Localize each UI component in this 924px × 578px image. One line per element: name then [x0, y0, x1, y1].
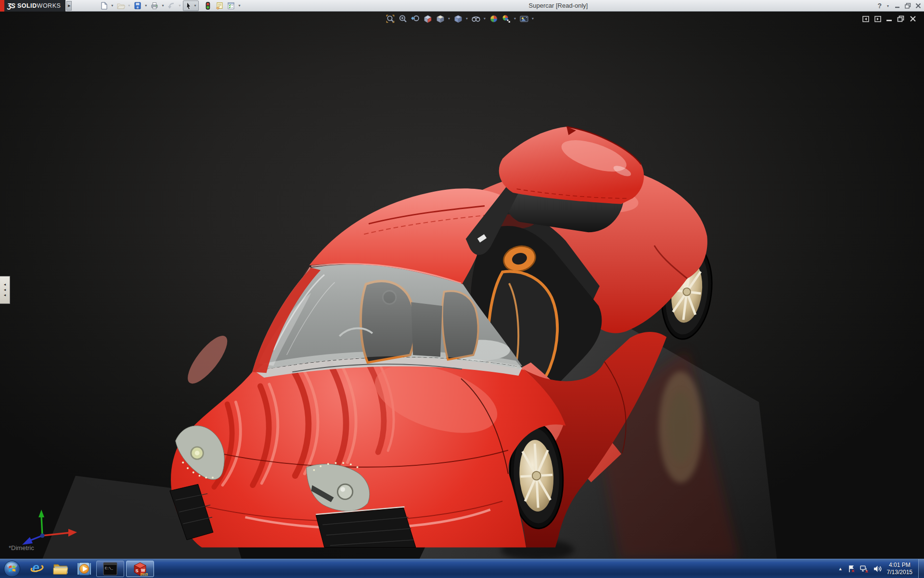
- options-button[interactable]: [226, 1, 236, 11]
- media-player-icon: [76, 561, 91, 577]
- brand-accent-stripe: [0, 0, 4, 12]
- undo-caret: ▾: [179, 3, 180, 8]
- edit-appearance-button[interactable]: [488, 13, 499, 24]
- restore-button[interactable]: [905, 3, 911, 9]
- windows-start-icon: [3, 560, 21, 578]
- apply-scene-icon: [501, 14, 511, 24]
- cmd-prompt-text: C:\_: [105, 566, 114, 570]
- volume-icon[interactable]: [873, 565, 882, 573]
- view-orientation-caret[interactable]: ▾: [448, 16, 450, 21]
- select-tool-button[interactable]: ▾: [183, 0, 199, 11]
- file-properties-button[interactable]: [214, 1, 225, 11]
- taskbar-item-internet-explorer[interactable]: e: [27, 560, 48, 578]
- select-cursor-icon: [184, 1, 193, 10]
- start-button[interactable]: [3, 560, 21, 578]
- title-bar: ƷS SOLIDWORKS ▶ ▾ ▾ ▾: [0, 0, 924, 12]
- glasses-icon: [471, 14, 481, 24]
- zoom-to-area-button[interactable]: [398, 13, 408, 24]
- y-axis-arrow: [38, 510, 44, 517]
- save-caret[interactable]: ▾: [145, 3, 147, 8]
- svg-text:×: ×: [865, 568, 868, 574]
- open-folder-icon: [116, 1, 125, 10]
- minimize-button[interactable]: [895, 3, 900, 9]
- view-orientation-button[interactable]: [435, 13, 445, 24]
- file-properties-icon: [215, 1, 224, 10]
- logo-glyph: ƷS: [7, 2, 15, 10]
- folder-icon: [52, 562, 69, 576]
- new-document-icon: [100, 1, 108, 10]
- taskbar-item-media-player[interactable]: [73, 560, 94, 578]
- options-caret[interactable]: ▾: [238, 3, 240, 8]
- print-caret[interactable]: ▾: [162, 3, 164, 8]
- zoom-to-area-icon: [398, 14, 408, 24]
- help-caret[interactable]: ▾: [887, 4, 889, 8]
- menu-expand-tab[interactable]: ▶: [66, 1, 72, 11]
- z-axis-arrow: [22, 537, 33, 545]
- collapse-arrow-icon: ◄: [3, 283, 7, 286]
- print-button[interactable]: [149, 1, 160, 11]
- collapse-arrow-icon: ◄: [3, 294, 7, 297]
- document-window-controls: [862, 15, 916, 22]
- apply-scene-caret[interactable]: ▾: [514, 16, 516, 21]
- save-floppy-icon: [133, 1, 142, 10]
- command-prompt-icon: C:\_: [103, 562, 117, 576]
- internet-explorer-icon: e: [30, 562, 45, 576]
- new-document-button[interactable]: [99, 1, 109, 11]
- display-style-button[interactable]: [453, 13, 463, 24]
- solidworks-cube-icon: S W 2015: [132, 561, 148, 577]
- options-icon: [227, 1, 235, 10]
- doc-minimize-button[interactable]: [886, 20, 892, 21]
- rebuild-traffic-light-icon: [204, 1, 212, 10]
- collapse-left-pane-icon[interactable]: [862, 16, 869, 22]
- logo-bold-text: SOLID: [17, 2, 37, 9]
- svg-text:S: S: [136, 568, 139, 573]
- view-orientation-label: *Dimetric: [9, 544, 34, 552]
- show-hidden-icons-button[interactable]: ▲: [838, 566, 843, 571]
- logo-light-text: WORKS: [37, 2, 61, 9]
- zoom-to-fit-icon: [385, 14, 395, 24]
- apply-scene-button[interactable]: [501, 13, 511, 24]
- show-desktop-button[interactable]: [918, 559, 924, 578]
- section-view-button[interactable]: [423, 13, 433, 24]
- hide-show-caret[interactable]: ▾: [484, 16, 486, 21]
- taskbar-item-command-prompt[interactable]: C:\_: [96, 561, 124, 577]
- x-axis-arrow: [68, 529, 77, 537]
- rebuild-button[interactable]: [203, 1, 213, 11]
- zoom-to-fit-button[interactable]: [385, 13, 395, 24]
- collapse-arrow-icon: ◄: [3, 289, 7, 291]
- previous-view-button[interactable]: [410, 13, 420, 24]
- supercar-model-render[interactable]: [0, 12, 924, 559]
- sw-year-text: 2015: [141, 572, 148, 576]
- help-button[interactable]: ?: [877, 2, 882, 10]
- action-center-icon[interactable]: ×: [847, 565, 856, 573]
- select-caret[interactable]: ▾: [194, 3, 196, 8]
- taskbar-item-solidworks[interactable]: S W 2015: [126, 561, 154, 577]
- view-settings-button[interactable]: [519, 13, 529, 24]
- tray-date: 7/13/2015: [887, 569, 912, 576]
- hide-show-items-button[interactable]: [471, 13, 481, 24]
- open-document-button[interactable]: [116, 1, 126, 11]
- close-button[interactable]: [915, 3, 921, 9]
- heads-up-view-toolbar: ▾ ▾ ▾: [385, 13, 534, 24]
- network-icon[interactable]: ×: [860, 565, 869, 573]
- view-settings-icon: [519, 14, 529, 24]
- display-style-caret[interactable]: ▾: [466, 16, 468, 21]
- solidworks-logo: ƷS SOLIDWORKS: [4, 0, 65, 12]
- graphics-viewport[interactable]: ▾ ▾ ▾: [0, 12, 924, 559]
- window-title: Supercar [Read-only]: [510, 2, 606, 9]
- windows-taskbar: e: [0, 559, 924, 578]
- undo-button[interactable]: [166, 1, 177, 11]
- new-caret[interactable]: ▾: [111, 3, 113, 8]
- save-button[interactable]: [132, 1, 143, 11]
- system-tray: ▲ × × 4:01 PM: [838, 559, 924, 578]
- view-settings-caret[interactable]: ▾: [532, 16, 534, 21]
- section-view-icon: [423, 14, 433, 24]
- expand-right-pane-icon[interactable]: [874, 16, 881, 22]
- doc-close-button[interactable]: [910, 15, 916, 22]
- solidworks-window: ƷS SOLIDWORKS ▶ ▾ ▾ ▾: [0, 0, 924, 578]
- featuremanager-collapsed-tab[interactable]: ◄ ◄ ◄: [0, 276, 10, 304]
- taskbar-item-windows-explorer[interactable]: [50, 560, 71, 578]
- tray-clock[interactable]: 4:01 PM 7/13/2015: [887, 562, 912, 576]
- undo-icon: [167, 1, 176, 10]
- doc-restore-button[interactable]: [897, 15, 904, 22]
